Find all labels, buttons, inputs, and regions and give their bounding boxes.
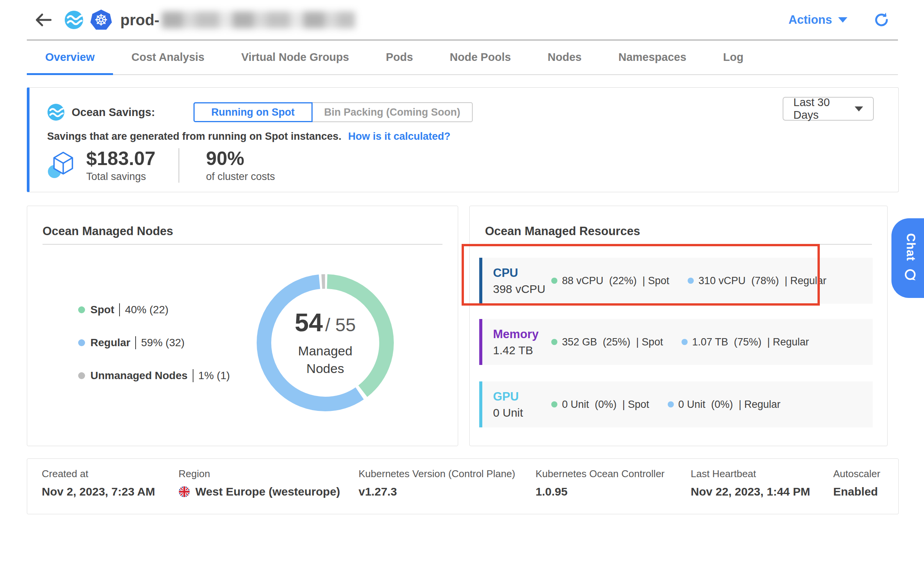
cluster-title: prod- (120, 11, 355, 29)
tab-nodes[interactable]: Nodes (529, 40, 600, 74)
resource-row-gpu: GPU 0 Unit 0 Unit (0%) | Spot 0 Unit (0%… (479, 381, 873, 427)
cluster-title-redacted (162, 11, 355, 28)
savings-label: Ocean Savings: (72, 106, 155, 119)
memory-total: 1.42 TB (493, 344, 551, 357)
cpu-name: CPU (493, 266, 551, 280)
footer-last-heartbeat: Last Heartbeat Nov 22, 2023, 1:44 PM (691, 468, 810, 498)
total-nodes-count: / 55 (325, 314, 356, 335)
tab-cost-analysis[interactable]: Cost Analysis (113, 40, 223, 74)
cpu-total: 398 vCPU (493, 283, 551, 296)
tab-log[interactable]: Log (705, 40, 762, 74)
memory-spot-stat: 352 GB (25%) | Spot (551, 336, 663, 348)
header-actions-area: Actions (788, 0, 890, 40)
legend-item-unmanaged: Unmanaged Nodes 1% (1) (78, 367, 230, 384)
footer-k8s-version: Kubernetes Version (Control Plane) v1.27… (359, 468, 515, 498)
kubernetes-logo-icon: ☸ (90, 10, 112, 30)
spot-dot-icon (551, 339, 557, 345)
legend-separator (135, 336, 136, 349)
tab-node-pools[interactable]: Node Pools (431, 40, 529, 74)
chevron-down-icon (838, 17, 847, 23)
cpu-accent-bar (479, 258, 482, 304)
chat-label: Chat (904, 233, 917, 261)
managed-nodes-title: Ocean Managed Nodes (43, 224, 173, 238)
tab-namespaces[interactable]: Namespaces (600, 40, 704, 74)
chevron-down-icon (855, 106, 863, 111)
gpu-total: 0 Unit (493, 406, 551, 419)
cluster-info-footer: Created at Nov 2, 2023, 7:23 AM Region (27, 458, 899, 514)
ocean-managed-resources-card: Ocean Managed Resources CPU 398 vCPU 88 … (469, 206, 888, 446)
footer-region: Region West Europe (westeurope) (179, 468, 340, 498)
resource-row-cpu: CPU 398 vCPU 88 vCPU (22%) | Spot 310 vC… (479, 258, 873, 304)
period-select[interactable]: Last 30 Days (783, 97, 874, 121)
donut-center: 54 / 55 Managed Nodes (254, 272, 396, 414)
resource-row-memory: Memory 1.42 TB 352 GB (25%) | Spot 1.07 … (479, 319, 873, 365)
footer-autoscaler: Autoscaler Enabled (833, 468, 880, 498)
gpu-spot-stat: 0 Unit (0%) | Spot (551, 399, 649, 411)
savings-description: Savings that are generated from running … (47, 131, 451, 142)
ocean-savings-panel: Ocean Savings: Running on Spot Bin Packi… (27, 87, 899, 192)
cluster-title-prefix: prod- (120, 11, 159, 29)
cpu-spot-stat: 88 vCPU (22%) | Spot (551, 275, 669, 287)
cluster-cost-label: of cluster costs (206, 171, 275, 183)
savings-header-row: Ocean Savings: Running on Spot Bin Packi… (46, 102, 473, 122)
bin-packing-toggle[interactable]: Bin Packing (Coming Soon) (313, 102, 473, 122)
managed-nodes-donut-chart: 54 / 55 Managed Nodes (254, 272, 396, 414)
cluster-cost-percent: 90% (206, 148, 275, 169)
actions-label: Actions (788, 13, 832, 27)
gpu-accent-bar (479, 381, 482, 427)
memory-accent-bar (479, 319, 482, 365)
metric-divider (179, 148, 179, 183)
regular-dot-icon (668, 401, 674, 407)
tab-bar: Overview Cost Analysis Virtual Node Grou… (27, 40, 898, 75)
legend-separator (119, 303, 120, 316)
savings-metrics: $183.07 Total savings 90% of cluster cos… (47, 148, 275, 183)
back-button[interactable] (34, 11, 54, 28)
total-savings-label: Total savings (86, 171, 156, 183)
ocean-managed-nodes-card: Ocean Managed Nodes Spot 40% (22) Regula… (27, 206, 458, 446)
uk-flag-icon (179, 486, 190, 497)
ocean-wave-icon (46, 103, 65, 121)
tab-pods[interactable]: Pods (367, 40, 431, 74)
cluster-cost-metric: 90% of cluster costs (206, 148, 275, 183)
tab-overview[interactable]: Overview (27, 40, 113, 74)
refresh-icon[interactable] (873, 12, 890, 28)
gpu-regular-stat: 0 Unit (0%) | Regular (668, 399, 781, 411)
total-savings-metric: $183.07 Total savings (86, 148, 156, 183)
managed-resources-title: Ocean Managed Resources (485, 224, 640, 238)
footer-ocean-controller: Kubernetes Ocean Controller 1.0.95 (536, 468, 665, 498)
regular-dot-icon (78, 339, 85, 346)
managed-nodes-count: 54 (295, 308, 323, 337)
legend-separator (193, 369, 193, 382)
legend-item-spot: Spot 40% (22) (78, 301, 230, 319)
savings-cube-icon (47, 149, 78, 182)
actions-dropdown-button[interactable]: Actions (788, 13, 847, 27)
memory-name: Memory (493, 327, 551, 341)
spot-dot-icon (551, 401, 557, 407)
regular-dot-icon (682, 339, 688, 345)
spot-dot-icon (551, 278, 557, 284)
chat-widget-button[interactable]: Chat (891, 218, 924, 298)
how-calculated-link[interactable]: How is it calculated? (348, 131, 451, 142)
ocean-logo-icon (64, 10, 84, 30)
period-selected-value: Last 30 Days (793, 96, 855, 121)
chat-bubble-icon (903, 268, 918, 283)
gpu-name: GPU (493, 389, 551, 404)
cpu-regular-stat: 310 vCPU (78%) | Regular (688, 275, 826, 287)
donut-center-label: Managed Nodes (283, 342, 367, 378)
running-on-spot-toggle[interactable]: Running on Spot (193, 102, 313, 122)
savings-toggle-group: Running on Spot Bin Packing (Coming Soon… (193, 102, 473, 122)
regular-dot-icon (688, 278, 694, 284)
nodes-legend: Spot 40% (22) Regular 59% (32) Unmanaged… (78, 301, 230, 400)
footer-created-at: Created at Nov 2, 2023, 7:23 AM (42, 468, 155, 498)
header: ☸ prod- Actions (0, 0, 924, 40)
total-savings-amount: $183.07 (86, 148, 156, 169)
spot-dot-icon (78, 306, 85, 313)
arrow-left-icon (34, 12, 52, 28)
tab-virtual-node-groups[interactable]: Virtual Node Groups (223, 40, 367, 74)
card-divider (43, 244, 442, 245)
ocean-cluster-overview-page: ☸ prod- Actions Overview Cost Analysis V… (0, 0, 924, 566)
memory-regular-stat: 1.07 TB (75%) | Regular (682, 336, 809, 348)
unmanaged-dot-icon (78, 372, 85, 379)
card-divider (485, 244, 872, 245)
legend-item-regular: Regular 59% (32) (78, 334, 230, 352)
